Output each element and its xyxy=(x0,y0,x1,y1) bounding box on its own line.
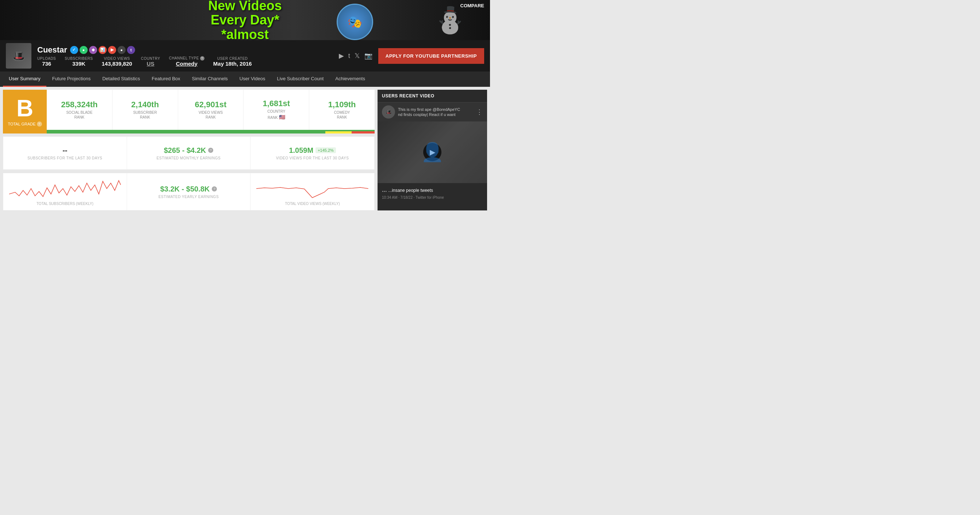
badge-video: ▶ xyxy=(108,46,116,54)
nav-live-subscriber-count[interactable]: Live Subscriber Count xyxy=(271,71,329,87)
progress-green xyxy=(47,131,325,133)
rank-card-subscriber: 2,140th SUBSCRIBERRANK xyxy=(113,90,178,130)
rank-cards: 258,324th SOCIAL BLADERANK 2,140th SUBSC… xyxy=(47,90,375,131)
monthly-earnings-info-icon[interactable]: ? xyxy=(208,148,213,153)
progress-yellow xyxy=(325,131,352,133)
badge-chart: 📊 xyxy=(99,46,107,54)
monthly-earnings-box: $265 - $4.2K ? ESTIMATED MONTHLY EARNING… xyxy=(127,137,251,170)
twitch-icon[interactable]: t xyxy=(348,52,350,60)
grade-progress-bar xyxy=(47,131,375,133)
yearly-earnings-box: $3.2K - $50.8K ? ESTIMATED YEARLY EARNIN… xyxy=(127,173,251,210)
compare-button[interactable]: COMPARE xyxy=(460,3,484,8)
charts-row: TOTAL SUBSCRIBERS (WEEKLY) $3.2K - $50.8… xyxy=(3,173,375,211)
videoviews-weekly-chart-box: TOTAL VIDEO VIEWS (WEEKLY) xyxy=(250,173,374,210)
grade-card: B TOTAL GRADE ? xyxy=(3,90,47,133)
apply-partnership-button[interactable]: APPLY FOR YOUTUBE PARTNERSHIP xyxy=(378,48,484,64)
navigation-bar: User Summary Future Projections Detailed… xyxy=(0,71,490,87)
badge-verified: ✓ xyxy=(70,46,78,54)
subscribers-weekly-label: TOTAL SUBSCRIBERS (WEEKLY) xyxy=(9,202,121,206)
socialblade-rank-number: 258,324th xyxy=(61,100,97,109)
video-title-prefix: ... xyxy=(382,187,387,193)
banner-text-line3: *almost xyxy=(208,27,282,40)
progress-red xyxy=(352,131,375,133)
social-icons: ▶ t 𝕏 📷 xyxy=(339,52,372,60)
subscribers-30days-label: SUBSCRIBERS FOR THE LAST 30 DAYS xyxy=(27,156,102,160)
uploads-label: UPLOADS xyxy=(37,57,56,60)
avatar: 🎩 xyxy=(6,43,32,68)
yearly-earnings-info-icon[interactable]: ? xyxy=(212,186,217,192)
country-value[interactable]: US xyxy=(147,60,154,67)
video-more-options-icon[interactable]: ⋮ xyxy=(476,108,483,116)
main-content: B TOTAL GRADE ? 258,324th SOCIAL BLADERA… xyxy=(0,87,490,213)
grade-letter: B xyxy=(16,97,33,120)
videoviews-weekly-label: TOTAL VIDEO VIEWS (WEEKLY) xyxy=(256,202,368,206)
avatar-placeholder: 🎩 xyxy=(6,43,32,68)
videoviews-rank-number: 62,901st xyxy=(195,100,227,109)
stat-subscribers: SUBSCRIBERS 339K xyxy=(65,57,93,67)
video-channel-avatar: 🎩 xyxy=(382,105,395,119)
rank-card-country: 1,681st COUNTRYRANK 🇺🇸 xyxy=(243,90,309,130)
left-panel: B TOTAL GRADE ? 258,324th SOCIAL BLADERA… xyxy=(3,90,375,211)
videoviews-30days-value: 1.059M xyxy=(289,146,313,155)
user-created-value: May 18th, 2016 xyxy=(213,60,252,67)
channel-type-label: CHANNEL TYPE ? xyxy=(169,56,204,60)
stat-channel-type: CHANNEL TYPE ? Comedy xyxy=(169,56,204,67)
channel-logo-circle: 🎭 xyxy=(337,4,373,40)
badge-purple: ◆ xyxy=(89,46,97,54)
grade-label: TOTAL GRADE ? xyxy=(8,122,41,127)
grade-info-icon[interactable]: ? xyxy=(37,122,42,127)
subscriber-rank-label: SUBSCRIBERRANK xyxy=(133,110,157,120)
video-timestamp: 10:34 AM · 7/18/22 · Twitter for iPhone xyxy=(382,195,483,200)
subscribers-value: 339K xyxy=(72,60,86,67)
subscribers-30days-value: -- xyxy=(62,146,67,155)
nav-featured-box[interactable]: Featured Box xyxy=(146,71,186,87)
recent-video-section-title: USERS RECENT VIDEO xyxy=(377,90,487,103)
video-thumbnail[interactable]: ▶ 👤 xyxy=(377,122,487,183)
video-title-preview: This is my first ape @BoredApeYCnd first… xyxy=(398,107,473,117)
nav-similar-channels[interactable]: Similar Channels xyxy=(186,71,234,87)
videoviews-30days-box: 1.059M +145.2% VIDEO VIEWS FOR THE LAST … xyxy=(250,137,374,170)
profile-bar: 🎩 Cuestar ✓ ● ◆ 📊 ▶ ● t UPLOADS 736 SUBS… xyxy=(0,40,490,71)
yearly-earnings-value-row: $3.2K - $50.8K ? xyxy=(160,185,217,193)
stat-uploads: UPLOADS 736 xyxy=(37,57,56,67)
subscribers-30days-box: -- SUBSCRIBERS FOR THE LAST 30 DAYS xyxy=(3,137,127,170)
user-created-label: USER CREATED xyxy=(217,57,248,60)
channel-info: Cuestar ✓ ● ◆ 📊 ▶ ● t UPLOADS 736 SUBSCR… xyxy=(37,45,333,67)
yearly-earnings-value: $3.2K - $50.8K xyxy=(160,185,210,193)
socialblade-rank-label: SOCIAL BLADERANK xyxy=(66,110,92,120)
nav-user-videos[interactable]: User Videos xyxy=(234,71,271,87)
videoviews-30days-value-row: 1.059M +145.2% xyxy=(289,146,336,155)
twitter-icon[interactable]: 𝕏 xyxy=(355,52,360,60)
uploads-value: 736 xyxy=(42,60,51,67)
monthly-earnings-label: ESTIMATED MONTHLY EARNINGS xyxy=(157,156,221,160)
video-thumb-bg: ▶ 👤 xyxy=(377,122,487,183)
video-header-row: 🎩 This is my first ape @BoredApeYCnd fir… xyxy=(377,103,487,122)
nav-future-projections[interactable]: Future Projections xyxy=(46,71,97,87)
nav-detailed-statistics[interactable]: Detailed Statistics xyxy=(96,71,146,87)
youtube-icon[interactable]: ▶ xyxy=(339,52,344,60)
videoviews-weekly-sparkline xyxy=(256,177,368,200)
video-views-value: 143,839,820 xyxy=(102,60,132,67)
subscriber-rank-number: 2,140th xyxy=(131,100,159,109)
badge-twitch: t xyxy=(127,46,135,54)
stat-video-views: VIDEO VIEWS 143,839,820 xyxy=(102,57,132,67)
rank-card-socialblade: 258,324th SOCIAL BLADERANK xyxy=(47,90,113,130)
rank-section: 258,324th SOCIAL BLADERANK 2,140th SUBSC… xyxy=(47,90,375,133)
nav-achievements[interactable]: Achievements xyxy=(329,71,371,87)
subscribers-label: SUBSCRIBERS xyxy=(65,57,93,60)
video-person-icon: 👤 xyxy=(421,141,444,163)
video-title-text: ......insane people tweets xyxy=(382,188,433,193)
instagram-icon[interactable]: 📷 xyxy=(364,52,372,60)
channel-name: Cuestar xyxy=(37,45,67,55)
yearly-earnings-label: ESTIMATED YEARLY EARNINGS xyxy=(159,195,219,199)
nav-user-summary[interactable]: User Summary xyxy=(3,71,46,87)
rank-card-videoviews: 62,901st VIDEO VIEWSRANK xyxy=(178,90,244,130)
right-panel: USERS RECENT VIDEO 🎩 This is my first ap… xyxy=(377,90,487,211)
video-info: ......insane people tweets 10:34 AM · 7/… xyxy=(377,183,487,203)
country-rank-label: COUNTRYRANK 🇺🇸 xyxy=(267,109,285,120)
channel-type-value[interactable]: Comedy xyxy=(176,60,197,67)
country-rank-number: 1,681st xyxy=(262,99,290,108)
channel-type-info-icon[interactable]: ? xyxy=(200,56,204,60)
channel-stats-row: UPLOADS 736 SUBSCRIBERS 339K VIDEO VIEWS… xyxy=(37,56,333,67)
subscribers-weekly-chart-box: TOTAL SUBSCRIBERS (WEEKLY) xyxy=(3,173,127,210)
